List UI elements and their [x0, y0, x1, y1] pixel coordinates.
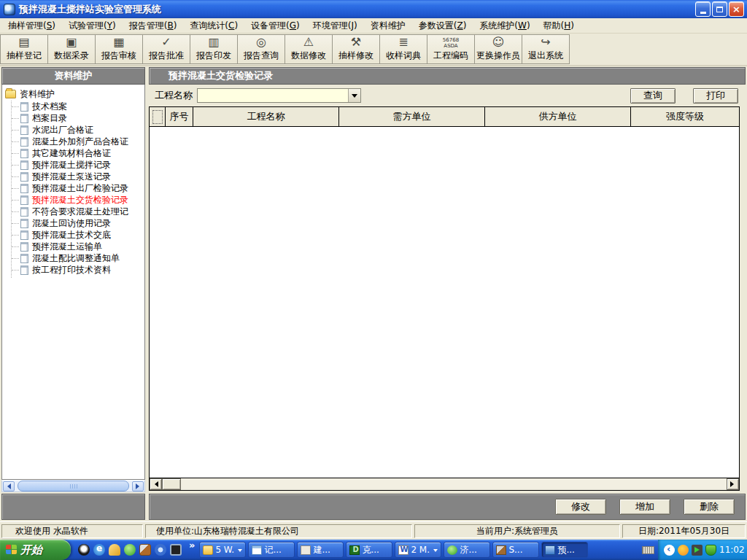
scroll-track[interactable]: [15, 481, 132, 491]
quick-launch-bar: [71, 540, 187, 560]
tree-item[interactable]: 预拌混凝土技术交底: [5, 229, 144, 241]
tree-item[interactable]: 预拌混凝土泵送记录: [5, 171, 144, 182]
tree-connector: [12, 211, 19, 212]
toolbar-button[interactable]: ✓ 报告批准: [142, 34, 190, 64]
orange-bird-icon[interactable]: [678, 545, 689, 556]
print-button[interactable]: 打印: [693, 88, 738, 104]
tree-item[interactable]: 预拌混凝土搅拌记录: [5, 159, 144, 171]
keyboard-indicator[interactable]: [638, 540, 658, 560]
action-button[interactable]: 增加: [619, 499, 670, 515]
task-button[interactable]: 记...: [248, 542, 295, 558]
toolbar-button[interactable]: ⚒ 抽样修改: [332, 34, 380, 64]
tree-item[interactable]: 档案目录: [5, 112, 144, 124]
scroll-left-button[interactable]: [3, 481, 15, 491]
tree-item[interactable]: 混凝土配比调整通知单: [5, 252, 144, 264]
query-button[interactable]: 查询: [630, 88, 676, 104]
table-column-header[interactable]: 需方单位: [339, 107, 485, 126]
green-app-icon[interactable]: [124, 544, 136, 556]
task-button[interactable]: 预...: [541, 542, 588, 558]
task-icon: [496, 545, 506, 555]
start-button[interactable]: 开始: [0, 540, 71, 560]
table-column-header[interactable]: 强度等级: [631, 107, 739, 126]
tree-connector: [12, 153, 19, 154]
table-column-header[interactable]: 供方单位: [485, 107, 631, 126]
tree-item[interactable]: 预拌混凝土交货检验记录: [5, 194, 144, 206]
task-button[interactable]: 济...: [444, 542, 490, 558]
tree-connector: [12, 118, 19, 119]
toolbar-button[interactable]: ⚠ 数据修改: [285, 34, 333, 64]
scroll-left-button[interactable]: [150, 478, 162, 490]
tree-item[interactable]: 预拌混凝土出厂检验记录: [5, 182, 144, 194]
table-column-header[interactable]: 序号: [166, 107, 193, 126]
screen-icon[interactable]: [170, 544, 182, 556]
restore-button[interactable]: [712, 1, 727, 17]
task-button[interactable]: 克...: [346, 542, 392, 558]
table-hscrollbar[interactable]: [150, 478, 739, 490]
tree-item[interactable]: 预拌混凝土运输单: [5, 241, 144, 252]
menu-item[interactable]: 试验管理(Y): [62, 18, 123, 34]
tree-item[interactable]: 其它建筑材料合格证: [5, 147, 144, 159]
toolbar-button-icon: ⚒: [351, 35, 361, 50]
toolbar-button[interactable]: ☺ 更换操作员: [474, 34, 522, 64]
scroll-thumb[interactable]: [162, 478, 181, 490]
tree-root[interactable]: 资料维护: [5, 88, 144, 101]
toolbar-button[interactable]: ◎ 报告查询: [237, 34, 285, 64]
close-button[interactable]: ×: [729, 1, 744, 17]
scroll-right-button[interactable]: [727, 478, 739, 490]
task-button[interactable]: 2 M.: [395, 542, 441, 558]
tree-item[interactable]: 混凝土外加剂产品合格证: [5, 136, 144, 147]
minimize-icon: [700, 12, 706, 14]
tree-item[interactable]: 混凝土回访使用记录: [5, 217, 144, 229]
menu-item[interactable]: 报告管理(B): [123, 18, 184, 34]
menu-item[interactable]: 抽样管理(S): [1, 18, 62, 34]
scroll-right-button[interactable]: [132, 481, 144, 491]
tree-item[interactable]: 水泥出厂合格证: [5, 124, 144, 136]
toolbar-button[interactable]: ↪ 退出系统: [522, 34, 570, 64]
toolbar-button[interactable]: ▥ 报告印发: [190, 34, 238, 64]
key-icon[interactable]: [109, 544, 120, 556]
task-button[interactable]: 5 W.: [199, 542, 246, 558]
menu-item[interactable]: 系统维护(W): [473, 18, 536, 34]
task-button[interactable]: 建...: [297, 542, 344, 558]
chevron-left-icon[interactable]: [664, 545, 675, 556]
document-icon: [20, 172, 28, 182]
minimize-button[interactable]: [695, 1, 711, 17]
qq-icon[interactable]: [78, 544, 90, 556]
tree-item[interactable]: 技术档案: [5, 101, 144, 112]
menu-item[interactable]: 查询统计(C): [183, 18, 244, 34]
toolbar-button[interactable]: ▣ 数据采录: [47, 34, 96, 64]
menu-item[interactable]: 环境管理(J): [306, 18, 364, 34]
tree-item[interactable]: 不符合要求混凝土处理记: [5, 206, 144, 217]
toolbar-button[interactable]: ▦ 报告审核: [95, 34, 143, 64]
sidebar-hscrollbar[interactable]: [1, 480, 145, 492]
action-button[interactable]: 删除: [684, 499, 735, 515]
sidebar-header: 资料维护: [1, 67, 145, 85]
ring-icon[interactable]: [155, 544, 166, 556]
document-icon: [20, 184, 28, 193]
toolbar-button[interactable]: ≣ 收样词典: [379, 34, 427, 64]
menu-item[interactable]: 设备管理(G): [244, 18, 306, 34]
combobox-value[interactable]: [198, 89, 348, 102]
tree-item[interactable]: 按工程打印技术资料: [5, 264, 144, 276]
task-button[interactable]: S...: [492, 542, 539, 558]
menu-item[interactable]: 参数设置(Z): [412, 18, 473, 34]
menu-item[interactable]: 资料维护: [364, 18, 412, 34]
ie-icon[interactable]: [93, 544, 105, 556]
menu-item[interactable]: 帮助(H): [537, 18, 581, 34]
table-body[interactable]: [150, 127, 739, 478]
paint-icon[interactable]: [139, 544, 151, 556]
combobox-dropdown-button[interactable]: [348, 89, 360, 102]
table-column-header[interactable]: [150, 107, 166, 126]
toolbar-button[interactable]: 56768 ASDA 工程编码: [427, 34, 475, 64]
table-column-header[interactable]: 工程名称: [193, 107, 339, 126]
action-button[interactable]: 修改: [555, 499, 606, 515]
scroll-thumb[interactable]: [18, 481, 129, 491]
arrow-right-icon: [136, 483, 142, 489]
toolbar-button[interactable]: ▤ 抽样登记: [0, 34, 48, 64]
project-name-combobox[interactable]: [197, 88, 361, 103]
shield-icon[interactable]: [705, 545, 716, 556]
media-play-icon[interactable]: [692, 545, 703, 556]
overflow-chevron-icon[interactable]: »: [187, 540, 196, 560]
toolbar-button-label: 报告查询: [244, 50, 279, 61]
toolbar-button-icon: ▤: [18, 35, 29, 50]
